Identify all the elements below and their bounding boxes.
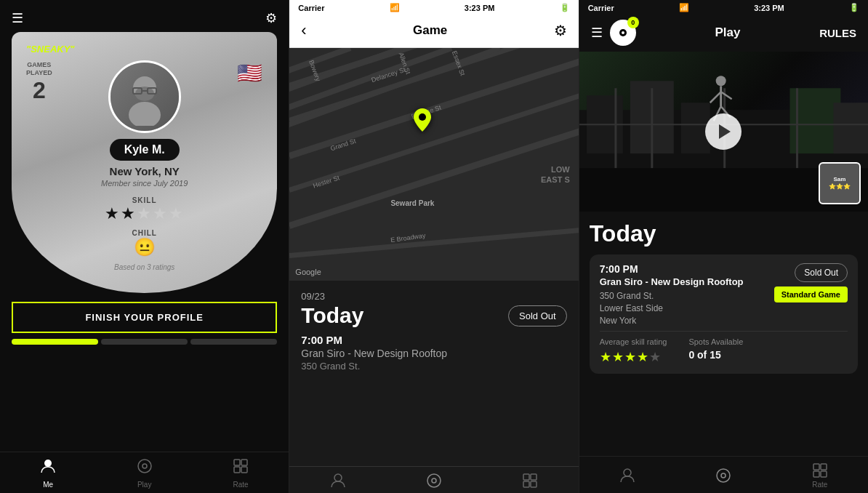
chill-label: CHILL bbox=[132, 229, 156, 237]
skill-stars: ★★★★★ bbox=[105, 204, 185, 223]
svg-rect-9 bbox=[234, 460, 240, 465]
svg-point-8 bbox=[142, 464, 147, 468]
rules-button[interactable]: RULES bbox=[819, 27, 856, 39]
svg-rect-12 bbox=[241, 467, 247, 473]
me-nav-icon bbox=[40, 458, 56, 478]
panel1-nav: Me Play Rate bbox=[0, 452, 289, 493]
games-played-section: GAMESPLAYED 2 bbox=[26, 61, 52, 104]
panel-game: Carrier 📶 3:23 PM 🔋 ‹ Game ⚙ Delancey St… bbox=[289, 0, 579, 493]
back-button[interactable]: ‹ bbox=[301, 21, 306, 40]
sneaky-label: "SNEAKY" bbox=[26, 44, 75, 55]
me-nav-label: Me bbox=[43, 481, 53, 489]
game-card-top: 7:00 PM Gran Siro - New Design Rooftop 3… bbox=[600, 263, 848, 326]
game-card-venue: Gran Siro - New Design Rooftop bbox=[600, 276, 744, 287]
svg-rect-11 bbox=[234, 467, 240, 473]
time-label-p3: 3:23 PM bbox=[754, 4, 784, 12]
panel2-nav-play[interactable] bbox=[426, 473, 442, 489]
road-label-seward: Seward Park bbox=[390, 199, 434, 207]
p3-nav-play[interactable] bbox=[715, 468, 731, 484]
svg-point-16 bbox=[432, 478, 436, 483]
wifi-icon-p3: 📶 bbox=[679, 3, 689, 12]
tab-pill-1 bbox=[12, 339, 98, 345]
game-today-row: Today Sold Out bbox=[301, 303, 566, 328]
game-time: 7:00 PM bbox=[301, 334, 566, 346]
member-since: Member since July 2019 bbox=[101, 179, 188, 188]
panel2-settings-icon[interactable]: ⚙ bbox=[554, 22, 567, 39]
battery-icon-p3: 🔋 bbox=[849, 3, 859, 12]
svg-point-7 bbox=[138, 460, 151, 473]
carrier-label: Carrier bbox=[298, 4, 324, 12]
tab-pill-3 bbox=[190, 339, 277, 345]
panel3-nav: Rate bbox=[579, 456, 868, 493]
svg-line-37 bbox=[710, 92, 720, 103]
svg-rect-45 bbox=[813, 464, 819, 470]
svg-rect-20 bbox=[531, 481, 537, 487]
sold-out-badge-card: Sold Out bbox=[795, 263, 848, 282]
today-heading: Today bbox=[590, 220, 858, 247]
rate-nav-label-p3: Rate bbox=[812, 481, 827, 489]
nav-me[interactable]: Me bbox=[40, 458, 56, 489]
spots-label: Spots Available bbox=[688, 337, 743, 346]
signal-wifi-icon: 📶 bbox=[390, 3, 400, 12]
p3-nav-me[interactable] bbox=[619, 468, 635, 484]
play-nav-icon bbox=[137, 458, 153, 478]
p3-nav-rate[interactable]: Rate bbox=[812, 462, 828, 489]
player-city: New York, NY bbox=[110, 165, 180, 177]
time-label: 3:23 PM bbox=[465, 4, 495, 12]
svg-point-15 bbox=[427, 474, 441, 487]
play-triangle-icon bbox=[719, 124, 731, 139]
flag-icon: 🇺🇸 bbox=[237, 61, 262, 85]
gear-icon[interactable]: ⚙ bbox=[265, 10, 277, 26]
avatar bbox=[108, 60, 181, 133]
finish-profile-button[interactable]: FINISH YOUR PROFILE bbox=[12, 302, 277, 333]
games-played-label: GAMESPLAYED bbox=[26, 61, 52, 77]
google-watermark: Google bbox=[295, 268, 321, 276]
panel-play: Carrier 📶 3:23 PM 🔋 ☰ 0 Play RULES bbox=[579, 0, 868, 493]
game-address: 350 Grand St. bbox=[301, 361, 566, 372]
hamburger-icon[interactable]: ☰ bbox=[12, 10, 23, 26]
panel3-content: Today 7:00 PM Gran Siro - New Design Roo… bbox=[579, 212, 868, 456]
svg-rect-48 bbox=[821, 471, 827, 477]
play-button[interactable] bbox=[705, 113, 742, 150]
video-area[interactable]: Sam⭐⭐⭐ bbox=[579, 52, 868, 212]
svg-point-23 bbox=[622, 31, 624, 34]
game-card[interactable]: 7:00 PM Gran Siro - New Design Rooftop 3… bbox=[590, 254, 858, 374]
chill-section: CHILL 😐 bbox=[132, 229, 156, 257]
panel2-nav-rate[interactable] bbox=[522, 473, 538, 489]
game-card-left: 7:00 PM Gran Siro - New Design Rooftop 3… bbox=[600, 263, 744, 326]
panel2-header: ‹ Game ⚙ bbox=[289, 15, 578, 48]
skill-stars-display: ★★★★★ bbox=[600, 349, 667, 365]
game-date: 09/23 bbox=[301, 291, 566, 302]
logo-badge: 0 bbox=[627, 17, 639, 28]
svg-point-6 bbox=[44, 460, 52, 467]
nav-rate[interactable]: Rate bbox=[233, 458, 249, 489]
svg-rect-18 bbox=[531, 474, 537, 480]
today-label: Today bbox=[301, 303, 363, 328]
panel2-title: Game bbox=[413, 23, 447, 38]
map-area[interactable]: Delancey St Broome St Grand St Hester St… bbox=[289, 48, 578, 281]
panel2-nav-me[interactable] bbox=[330, 473, 346, 489]
svg-line-38 bbox=[720, 92, 731, 99]
map-pin bbox=[414, 108, 431, 137]
svg-point-13 bbox=[419, 113, 426, 121]
svg-point-35 bbox=[715, 76, 726, 86]
chill-face: 😐 bbox=[132, 237, 156, 257]
video-thumbnail-badge: Sam⭐⭐⭐ bbox=[819, 162, 861, 204]
based-on-label: Based on 3 ratings bbox=[114, 263, 174, 271]
panel1-header: ☰ ⚙ bbox=[0, 0, 289, 32]
tab-indicator-row bbox=[12, 339, 277, 345]
avg-skill-stat: Average skill rating ★★★★★ bbox=[600, 337, 667, 365]
svg-rect-19 bbox=[523, 481, 529, 487]
skill-label: SKILL bbox=[105, 196, 185, 204]
rate-nav-icon bbox=[233, 458, 249, 478]
player-name: Kyle M. bbox=[110, 139, 180, 161]
play-title: Play bbox=[715, 25, 740, 40]
svg-point-42 bbox=[624, 469, 631, 476]
panel2-status-bar: Carrier 📶 3:23 PM 🔋 bbox=[289, 0, 578, 15]
nav-play[interactable]: Play bbox=[137, 458, 153, 489]
avatar-image bbox=[110, 63, 179, 131]
carrier-label-p3: Carrier bbox=[588, 4, 614, 12]
spots-stat: Spots Available 0 of 15 bbox=[688, 337, 743, 365]
p3-hamburger-icon[interactable]: ☰ bbox=[591, 25, 603, 41]
svg-rect-29 bbox=[833, 103, 868, 153]
